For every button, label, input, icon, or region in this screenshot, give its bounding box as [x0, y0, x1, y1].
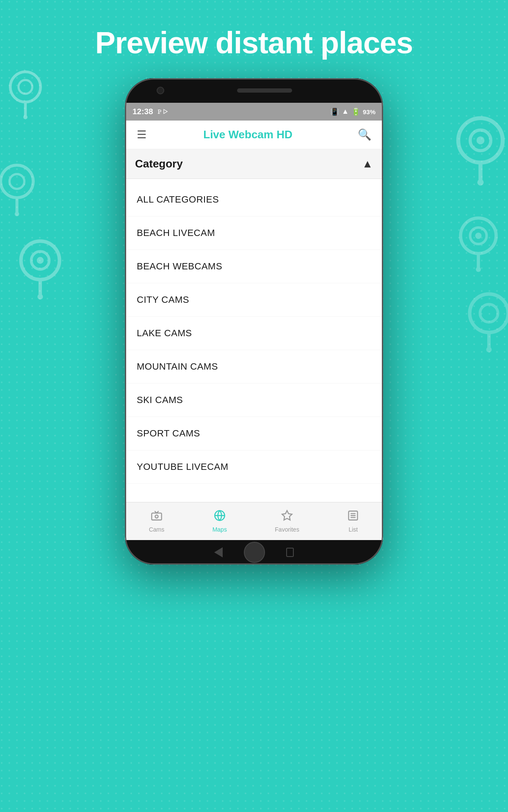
category-title: Category	[135, 157, 362, 170]
svg-point-7	[10, 174, 25, 189]
search-icon[interactable]: 🔍	[354, 125, 375, 145]
category-header[interactable]: Category ▲	[125, 149, 383, 179]
category-list: ALL CATEGORIESBEACH LIVECAMBEACH WEBCAMS…	[125, 179, 383, 488]
status-icons: 📳 ▲ 🔋 93%	[330, 107, 375, 116]
svg-point-22	[475, 233, 482, 239]
phone-bottom-bar	[125, 540, 383, 565]
nav-item-favorites[interactable]: Favorites	[266, 506, 308, 536]
page-headline: Preview distant places	[0, 25, 508, 60]
svg-point-17	[477, 137, 485, 145]
category-item-6[interactable]: SKI CAMS	[125, 384, 383, 417]
wifi-icon: ▲	[342, 107, 349, 116]
svg-point-24	[476, 267, 481, 272]
nav-icon-cams	[151, 510, 163, 524]
category-item-1[interactable]: BEACH LIVECAM	[125, 217, 383, 250]
category-item-4[interactable]: LAKE CAMS	[125, 317, 383, 350]
nav-label-favorites: Favorites	[275, 526, 299, 533]
status-time: 12:38	[133, 107, 153, 116]
svg-marker-32	[282, 510, 292, 520]
svg-point-26	[480, 304, 498, 322]
front-camera	[157, 87, 164, 94]
nav-icon-maps	[214, 510, 226, 524]
nav-item-list[interactable]: List	[339, 506, 367, 536]
category-item-5[interactable]: MOUNTAIN CAMS	[125, 350, 383, 384]
phone-screen: 12:38 𝙿 ▷ 📳 ▲ 🔋 93% ☰ Live Webcam HD 🔍 C…	[125, 103, 383, 540]
phone-top-bar	[125, 78, 383, 103]
svg-point-20	[461, 218, 496, 254]
category-item-2[interactable]: BEACH WEBCAMS	[125, 250, 383, 283]
category-item-3[interactable]: CITY CAMS	[125, 283, 383, 317]
svg-point-14	[38, 294, 43, 299]
chevron-up-icon: ▲	[362, 157, 373, 170]
status-notification-icons: 𝙿 ▷	[157, 108, 168, 115]
nav-icon-favorites	[281, 510, 293, 524]
nav-icon-list	[347, 510, 359, 524]
svg-point-21	[470, 228, 487, 244]
nav-item-maps[interactable]: Maps	[204, 506, 235, 536]
svg-point-9	[15, 212, 19, 217]
svg-point-3	[19, 80, 33, 94]
category-item-8[interactable]: YOUTUBE LIVECAM	[125, 450, 383, 484]
back-button[interactable]	[214, 547, 223, 557]
nav-label-list: List	[348, 526, 358, 533]
recent-apps-button[interactable]	[286, 548, 294, 557]
app-title: Live Webcam HD	[141, 128, 354, 141]
svg-point-5	[23, 115, 28, 119]
svg-rect-29	[152, 513, 161, 520]
svg-point-28	[486, 347, 492, 352]
svg-point-6	[1, 165, 33, 198]
home-button[interactable]	[244, 542, 265, 563]
svg-point-19	[478, 179, 484, 186]
app-bar: ☰ Live Webcam HD 🔍	[125, 121, 383, 149]
svg-point-2	[10, 72, 41, 102]
category-item-7[interactable]: SPORT CAMS	[125, 417, 383, 450]
svg-point-30	[155, 515, 158, 518]
svg-point-15	[458, 118, 503, 162]
nav-label-maps: Maps	[213, 526, 227, 533]
category-item-0[interactable]: ALL CATEGORIES	[125, 183, 383, 217]
phone-frame: 12:38 𝙿 ▷ 📳 ▲ 🔋 93% ☰ Live Webcam HD 🔍 C…	[125, 78, 383, 565]
bottom-navigation: CamsMapsFavoritesList	[125, 502, 383, 540]
svg-point-12	[37, 257, 44, 264]
vibrate-icon: 📳	[330, 107, 339, 116]
svg-point-10	[21, 241, 60, 280]
svg-point-11	[31, 252, 49, 269]
battery-percentage: 93%	[363, 108, 375, 115]
nav-label-cams: Cams	[149, 526, 165, 533]
svg-point-16	[470, 130, 491, 151]
phone-speaker	[237, 88, 292, 93]
svg-point-25	[470, 294, 508, 332]
status-bar: 12:38 𝙿 ▷ 📳 ▲ 🔋 93%	[125, 103, 383, 121]
nav-item-cams[interactable]: Cams	[141, 506, 173, 536]
battery-icon: 🔋	[351, 107, 360, 116]
